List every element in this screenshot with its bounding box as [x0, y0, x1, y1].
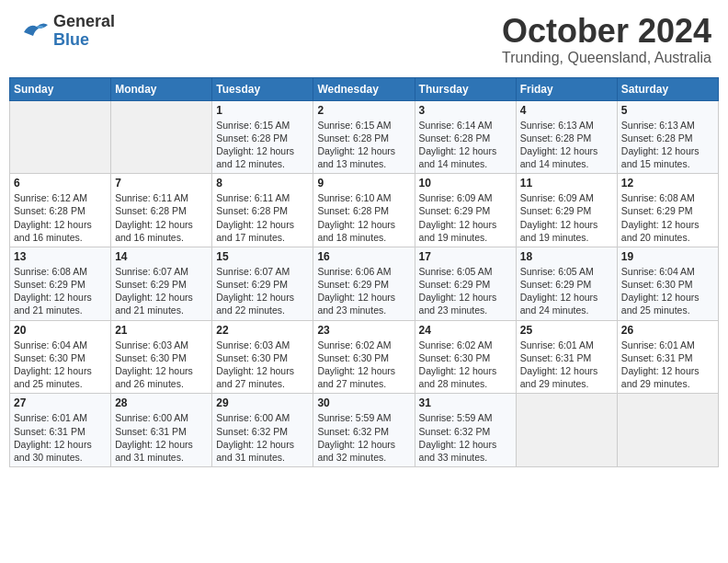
month-title: October 2024 — [502, 13, 711, 50]
day-number: 26 — [621, 324, 714, 337]
day-info: Sunrise: 6:15 AMSunset: 6:28 PMDaylight:… — [317, 119, 410, 171]
weekday-header-tuesday: Tuesday — [212, 77, 313, 100]
day-number: 8 — [216, 177, 309, 190]
weekday-header-friday: Friday — [516, 77, 617, 100]
day-info: Sunrise: 6:01 AMSunset: 6:31 PMDaylight:… — [14, 411, 107, 464]
calendar-cell: 24Sunrise: 6:02 AMSunset: 6:30 PMDayligh… — [415, 320, 516, 394]
calendar-cell — [10, 100, 111, 174]
calendar-cell: 12Sunrise: 6:08 AMSunset: 6:29 PMDayligh… — [617, 174, 718, 247]
day-number: 31 — [419, 396, 512, 409]
weekday-header-saturday: Saturday — [617, 77, 718, 100]
day-info: Sunrise: 6:11 AMSunset: 6:28 PMDaylight:… — [216, 191, 309, 244]
day-info: Sunrise: 6:07 AMSunset: 6:29 PMDaylight:… — [115, 265, 208, 317]
calendar-cell: 26Sunrise: 6:01 AMSunset: 6:31 PMDayligh… — [617, 320, 718, 394]
day-number: 13 — [14, 250, 107, 263]
day-info: Sunrise: 6:15 AMSunset: 6:28 PMDaylight:… — [216, 119, 309, 171]
calendar-cell: 28Sunrise: 6:00 AMSunset: 6:31 PMDayligh… — [111, 394, 212, 467]
logo-blue: Blue — [53, 31, 89, 50]
day-info: Sunrise: 6:03 AMSunset: 6:30 PMDaylight:… — [216, 339, 309, 391]
day-number: 5 — [621, 104, 714, 117]
day-number: 2 — [317, 104, 410, 117]
day-info: Sunrise: 6:13 AMSunset: 6:28 PMDaylight:… — [621, 119, 714, 171]
day-number: 28 — [115, 396, 208, 409]
calendar-cell: 30Sunrise: 5:59 AMSunset: 6:32 PMDayligh… — [313, 394, 415, 467]
day-number: 24 — [419, 324, 512, 337]
page-header: General Blue October 2024 Trunding, Quee… — [9, 9, 719, 70]
day-info: Sunrise: 6:03 AMSunset: 6:30 PMDaylight:… — [115, 339, 208, 391]
calendar-cell: 27Sunrise: 6:01 AMSunset: 6:31 PMDayligh… — [10, 394, 111, 467]
weekday-header-thursday: Thursday — [415, 77, 516, 100]
day-info: Sunrise: 6:00 AMSunset: 6:32 PMDaylight:… — [216, 411, 309, 464]
location-title: Trunding, Queensland, Australia — [502, 50, 711, 66]
day-number: 16 — [317, 250, 410, 263]
calendar-cell: 31Sunrise: 5:59 AMSunset: 6:32 PMDayligh… — [415, 394, 516, 467]
day-number: 20 — [14, 324, 107, 337]
weekday-header-row: SundayMondayTuesdayWednesdayThursdayFrid… — [10, 77, 719, 100]
day-info: Sunrise: 6:04 AMSunset: 6:30 PMDaylight:… — [14, 339, 107, 391]
day-number: 25 — [520, 324, 613, 337]
calendar-cell: 21Sunrise: 6:03 AMSunset: 6:30 PMDayligh… — [111, 320, 212, 394]
day-info: Sunrise: 6:06 AMSunset: 6:29 PMDaylight:… — [317, 265, 410, 317]
calendar-cell: 17Sunrise: 6:05 AMSunset: 6:29 PMDayligh… — [415, 247, 516, 320]
calendar-week-5: 27Sunrise: 6:01 AMSunset: 6:31 PMDayligh… — [10, 394, 719, 467]
calendar-cell: 22Sunrise: 6:03 AMSunset: 6:30 PMDayligh… — [212, 320, 313, 394]
day-number: 27 — [14, 396, 107, 409]
logo-text-block: General Blue — [53, 13, 115, 50]
day-info: Sunrise: 6:13 AMSunset: 6:28 PMDaylight:… — [520, 119, 613, 171]
calendar-cell: 6Sunrise: 6:12 AMSunset: 6:28 PMDaylight… — [10, 174, 111, 247]
day-number: 15 — [216, 250, 309, 263]
day-info: Sunrise: 6:04 AMSunset: 6:30 PMDaylight:… — [621, 265, 714, 317]
calendar-cell: 13Sunrise: 6:08 AMSunset: 6:29 PMDayligh… — [10, 247, 111, 320]
calendar-cell: 29Sunrise: 6:00 AMSunset: 6:32 PMDayligh… — [212, 394, 313, 467]
day-info: Sunrise: 6:02 AMSunset: 6:30 PMDaylight:… — [317, 339, 410, 391]
calendar-cell: 15Sunrise: 6:07 AMSunset: 6:29 PMDayligh… — [212, 247, 313, 320]
calendar-header: SundayMondayTuesdayWednesdayThursdayFrid… — [10, 77, 719, 100]
day-info: Sunrise: 6:10 AMSunset: 6:28 PMDaylight:… — [317, 191, 410, 244]
calendar-week-3: 13Sunrise: 6:08 AMSunset: 6:29 PMDayligh… — [10, 247, 719, 320]
day-info: Sunrise: 6:01 AMSunset: 6:31 PMDaylight:… — [621, 339, 714, 391]
calendar-cell: 1Sunrise: 6:15 AMSunset: 6:28 PMDaylight… — [212, 100, 313, 174]
calendar-week-1: 1Sunrise: 6:15 AMSunset: 6:28 PMDaylight… — [10, 100, 719, 174]
calendar-cell: 11Sunrise: 6:09 AMSunset: 6:29 PMDayligh… — [516, 174, 617, 247]
day-info: Sunrise: 6:02 AMSunset: 6:30 PMDaylight:… — [419, 339, 512, 391]
day-info: Sunrise: 6:09 AMSunset: 6:29 PMDaylight:… — [419, 191, 512, 244]
calendar-cell: 8Sunrise: 6:11 AMSunset: 6:28 PMDaylight… — [212, 174, 313, 247]
day-number: 22 — [216, 324, 309, 337]
day-number: 14 — [115, 250, 208, 263]
day-info: Sunrise: 6:11 AMSunset: 6:28 PMDaylight:… — [115, 191, 208, 244]
day-info: Sunrise: 6:14 AMSunset: 6:28 PMDaylight:… — [419, 119, 512, 171]
logo: General Blue — [17, 13, 115, 50]
calendar-cell — [617, 394, 718, 467]
calendar-cell: 2Sunrise: 6:15 AMSunset: 6:28 PMDaylight… — [313, 100, 415, 174]
calendar-cell: 16Sunrise: 6:06 AMSunset: 6:29 PMDayligh… — [313, 247, 415, 320]
day-number: 6 — [14, 177, 107, 190]
day-number: 29 — [216, 396, 309, 409]
weekday-header-sunday: Sunday — [10, 77, 111, 100]
calendar-cell: 20Sunrise: 6:04 AMSunset: 6:30 PMDayligh… — [10, 320, 111, 394]
day-info: Sunrise: 6:08 AMSunset: 6:29 PMDaylight:… — [621, 191, 714, 244]
day-info: Sunrise: 6:05 AMSunset: 6:29 PMDaylight:… — [419, 265, 512, 317]
calendar-week-2: 6Sunrise: 6:12 AMSunset: 6:28 PMDaylight… — [10, 174, 719, 247]
calendar-cell: 10Sunrise: 6:09 AMSunset: 6:29 PMDayligh… — [415, 174, 516, 247]
day-info: Sunrise: 6:09 AMSunset: 6:29 PMDaylight:… — [520, 191, 613, 244]
day-number: 18 — [520, 250, 613, 263]
day-info: Sunrise: 6:05 AMSunset: 6:29 PMDaylight:… — [520, 265, 613, 317]
day-number: 19 — [621, 250, 714, 263]
calendar-cell — [111, 100, 212, 174]
weekday-header-monday: Monday — [111, 77, 212, 100]
day-number: 9 — [317, 177, 410, 190]
calendar-cell: 9Sunrise: 6:10 AMSunset: 6:28 PMDaylight… — [313, 174, 415, 247]
day-info: Sunrise: 6:07 AMSunset: 6:29 PMDaylight:… — [216, 265, 309, 317]
day-number: 23 — [317, 324, 410, 337]
calendar-cell: 14Sunrise: 6:07 AMSunset: 6:29 PMDayligh… — [111, 247, 212, 320]
logo-general: General — [53, 13, 115, 31]
day-info: Sunrise: 6:00 AMSunset: 6:31 PMDaylight:… — [115, 411, 208, 464]
weekday-header-wednesday: Wednesday — [313, 77, 415, 100]
calendar-table: SundayMondayTuesdayWednesdayThursdayFrid… — [9, 77, 719, 467]
logo-icon — [17, 14, 51, 49]
day-info: Sunrise: 6:12 AMSunset: 6:28 PMDaylight:… — [14, 191, 107, 244]
calendar-cell: 25Sunrise: 6:01 AMSunset: 6:31 PMDayligh… — [516, 320, 617, 394]
day-number: 3 — [419, 104, 512, 117]
day-number: 1 — [216, 104, 309, 117]
title-block: October 2024 Trunding, Queensland, Austr… — [502, 13, 711, 66]
